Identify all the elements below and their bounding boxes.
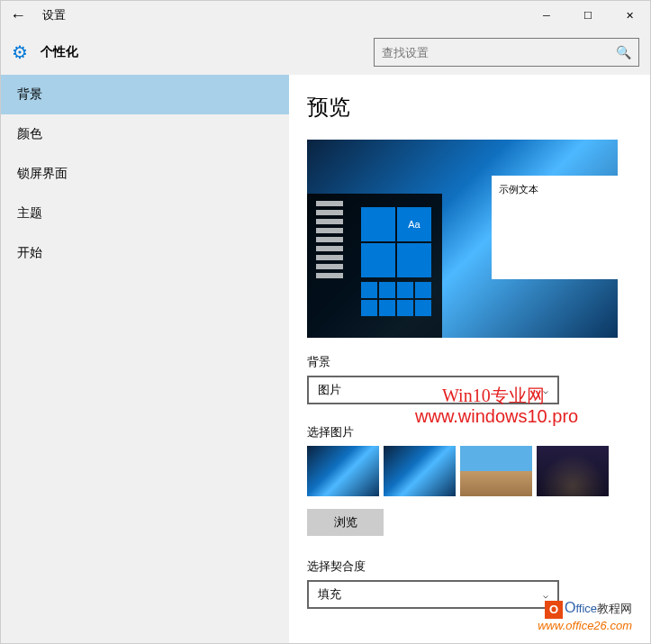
close-button[interactable]: ✕ — [609, 1, 650, 30]
chevron-down-icon: ⌵ — [543, 385, 548, 395]
sidebar-item-themes[interactable]: 主题 — [1, 194, 289, 233]
preview-tile-aa: Aa — [397, 207, 431, 241]
sidebar-item-colors[interactable]: 颜色 — [1, 114, 289, 154]
sidebar-item-background[interactable]: 背景 — [1, 75, 289, 114]
picture-thumbnails — [307, 446, 641, 496]
brand-o: O — [565, 600, 575, 615]
sidebar-item-lockscreen[interactable]: 锁屏界面 — [1, 154, 289, 194]
sidebar: 背景 颜色 锁屏界面 主题 开始 — [1, 75, 289, 643]
browse-button[interactable]: 浏览 — [307, 509, 384, 536]
search-icon: 🔍 — [616, 45, 631, 59]
sidebar-item-label: 锁屏界面 — [17, 166, 68, 180]
main-panel: 预览 Aa 示例文本 背景 — [289, 75, 650, 643]
sidebar-item-label: 主题 — [17, 205, 42, 220]
desktop-preview: Aa 示例文本 — [307, 140, 618, 338]
fit-label: 选择契合度 — [307, 558, 641, 575]
preview-start-menu: Aa — [307, 194, 442, 338]
sidebar-item-label: 颜色 — [17, 126, 42, 141]
footer-url: www.office26.com — [538, 619, 632, 632]
background-select[interactable]: 图片 ⌵ — [307, 376, 559, 404]
chevron-down-icon: ⌵ — [543, 590, 548, 600]
sidebar-item-label: 背景 — [17, 86, 42, 101]
thumbnail-3[interactable] — [460, 446, 532, 496]
sample-text: 示例文本 — [499, 184, 538, 195]
brand-cn: 教程网 — [597, 602, 632, 615]
thumbnail-4[interactable] — [537, 446, 609, 496]
minimize-button[interactable]: ─ — [526, 1, 567, 30]
back-button[interactable]: ← — [10, 6, 26, 25]
gear-icon: ⚙ — [12, 41, 28, 63]
brand-rest: ffice — [575, 602, 597, 615]
logo-icon: O — [545, 601, 563, 619]
search-input[interactable] — [382, 46, 616, 59]
footer-logo: OOffice教程网 www.office26.com — [538, 600, 632, 632]
header-section-label: 个性化 — [41, 44, 78, 60]
header: ⚙ 个性化 🔍 — [1, 30, 650, 75]
maximize-button[interactable]: ☐ — [567, 1, 609, 30]
background-value: 图片 — [318, 382, 341, 398]
thumbnail-1[interactable] — [307, 446, 379, 496]
fit-value: 填充 — [318, 586, 341, 603]
fit-select[interactable]: 填充 ⌵ — [307, 580, 559, 609]
sidebar-item-label: 开始 — [17, 245, 42, 259]
thumbnail-2[interactable] — [384, 446, 456, 496]
search-box[interactable]: 🔍 — [374, 38, 639, 67]
sidebar-item-start[interactable]: 开始 — [1, 233, 289, 273]
preview-sample-window: 示例文本 — [492, 176, 618, 279]
window-title: 设置 — [42, 7, 66, 23]
browse-label: 浏览 — [334, 515, 357, 529]
titlebar: ← 设置 ─ ☐ ✕ — [1, 1, 650, 30]
preview-title: 预览 — [307, 93, 641, 122]
background-label: 背景 — [307, 354, 641, 370]
choose-picture-label: 选择图片 — [307, 424, 641, 440]
